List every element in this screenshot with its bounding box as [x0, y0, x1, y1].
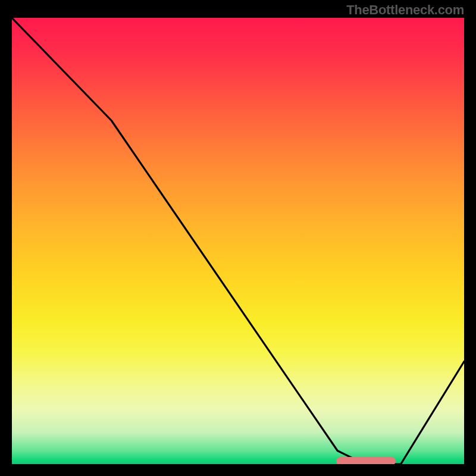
optimum-marker — [336, 457, 396, 464]
plot-area — [12, 18, 464, 464]
chart-container: TheBottleneck.com — [0, 0, 476, 476]
attribution-label: TheBottleneck.com — [346, 2, 464, 18]
bottleneck-curve — [12, 18, 464, 464]
